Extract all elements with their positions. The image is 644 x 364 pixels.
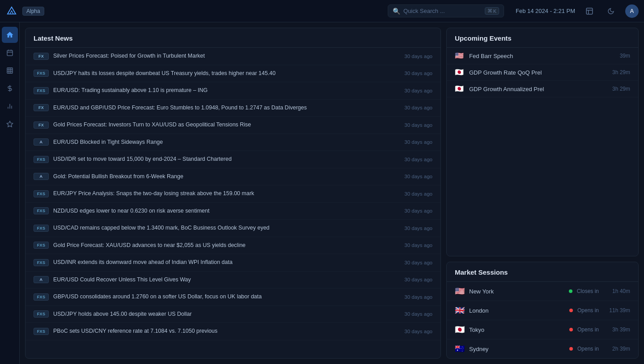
news-list-item[interactable]: FXS EUR/JPY Price Analysis: Snaps the tw… (25, 185, 441, 203)
event-item: 🇺🇸 Fed Barr Speech 39m (447, 48, 638, 64)
news-source-badge: FXS (34, 156, 49, 163)
news-list-item[interactable]: FXS PBoC sets USD/CNY reference rate at … (25, 323, 441, 340)
news-time: 30 days ago (404, 54, 432, 59)
sidebar-item-home[interactable] (2, 27, 18, 43)
event-time: 39m (620, 53, 630, 59)
session-status-dot (569, 328, 573, 331)
sidebar-item-calendar[interactable] (2, 45, 18, 61)
news-time: 30 days ago (404, 157, 432, 162)
news-list-item[interactable]: FXS NZD/USD edges lower to near 0.6230 o… (25, 203, 441, 220)
logo[interactable] (5, 5, 18, 17)
news-title: PBoC sets USD/CNY reference rate at 7.10… (53, 327, 400, 335)
event-time: 3h 29m (612, 69, 630, 75)
event-flag: 🇯🇵 (455, 69, 465, 76)
svg-rect-7 (7, 68, 13, 73)
news-list-item[interactable]: FXS GBP/USD consolidates around 1.2760 o… (25, 289, 441, 306)
session-item: 🇺🇸 New York Closes in 1h 40m (447, 282, 638, 301)
session-status-label: Opens in (577, 346, 599, 352)
session-item: 🇯🇵 Tokyo Opens in 3h 39m (447, 320, 638, 339)
news-list-item[interactable]: FXS USD/JPY halts its losses despite dow… (25, 65, 441, 83)
news-source-badge: FXS (34, 310, 49, 318)
news-title: EUR/JPY Price Analysis: Snaps the two-da… (53, 190, 400, 198)
news-list-item[interactable]: FX Silver Prices Forecast: Poised for Gr… (25, 48, 441, 65)
datetime-display: Feb 14 2024 - 2:21 PM (516, 8, 575, 14)
search-icon: 🔍 (393, 8, 400, 15)
news-list-item[interactable]: FXS EUR/USD: Trading sustainably above 1… (25, 82, 441, 100)
news-time: 30 days ago (404, 122, 432, 128)
keyboard-shortcut: ⌘ K (485, 7, 499, 15)
events-header: Upcoming Events (447, 28, 638, 48)
session-countdown: 1h 40m (603, 288, 630, 294)
avatar[interactable]: A (625, 4, 639, 18)
session-name: New York (469, 288, 564, 295)
svg-rect-3 (7, 50, 13, 56)
news-title: Gold Prices Forecast: Investors Turn to … (53, 121, 400, 129)
news-list-item[interactable]: FXS USD/JPY holds above 145.00 despite w… (25, 306, 441, 323)
news-time: 30 days ago (404, 191, 432, 197)
event-name: GDP Growth Rate QoQ Prel (469, 69, 608, 76)
news-time: 30 days ago (404, 208, 432, 213)
session-countdown: 2h 39m (603, 346, 630, 352)
theme-toggle-icon[interactable] (604, 4, 618, 18)
sidebar-item-dollar[interactable] (2, 80, 18, 96)
sidebar-item-table[interactable] (2, 63, 18, 79)
session-status-dot (569, 289, 572, 293)
sessions-header: Market Sessions (447, 262, 638, 282)
session-status-dot (569, 309, 573, 312)
news-time: 30 days ago (404, 311, 432, 317)
notification-icon[interactable] (582, 4, 597, 18)
sidebar-item-star[interactable] (2, 116, 18, 132)
news-source-badge: FXS (34, 242, 49, 249)
alpha-badge: Alpha (22, 7, 44, 16)
news-list-item[interactable]: A EUR/USD Blocked in Tight Sideways Rang… (25, 134, 441, 151)
sidebar (0, 22, 20, 364)
news-source-badge: A (34, 138, 49, 146)
session-name: London (469, 307, 565, 314)
news-list-item[interactable]: FXS USD/IDR set to move toward 15,000 by… (25, 151, 441, 168)
session-name: Sydney (469, 346, 565, 352)
news-list-item[interactable]: FXS USD/CAD remains capped below the 1.3… (25, 220, 441, 237)
event-flag: 🇯🇵 (455, 85, 465, 92)
news-source-badge: FX (34, 53, 49, 60)
news-title: NZD/USD edges lower to near 0.6230 on ri… (53, 207, 400, 215)
news-list-item[interactable]: FXS USD/INR extends its downward move ah… (25, 254, 441, 272)
news-list-item[interactable]: FX EUR/USD and GBP/USD Price Forecast: E… (25, 100, 441, 117)
news-source-badge: A (34, 276, 49, 283)
event-item: 🇯🇵 GDP Growth Annualized Prel 3h 29m (447, 81, 638, 97)
news-list-item[interactable]: FX Gold Prices Forecast: Investors Turn … (25, 117, 441, 134)
news-title: EUR/USD Blocked in Tight Sideways Range (53, 138, 400, 146)
session-countdown: 3h 39m (603, 326, 630, 333)
news-time: 30 days ago (404, 105, 432, 110)
event-name: Fed Barr Speech (469, 53, 615, 59)
news-list-item[interactable]: A Gold: Potential Bullish Breakout from … (25, 168, 441, 186)
news-title: EUR/USD: Trading sustainably above 1.10 … (53, 87, 400, 95)
quick-search-placeholder: Quick Search ... (403, 8, 482, 14)
news-title: Silver Prices Forecast: Poised for Growt… (53, 52, 400, 60)
news-list[interactable]: FX Silver Prices Forecast: Poised for Gr… (25, 48, 441, 358)
news-time: 30 days ago (404, 243, 432, 248)
session-flag: 🇬🇧 (455, 305, 465, 315)
session-item: 🇬🇧 London Opens in 11h 39m (447, 301, 638, 320)
news-title: Gold Price Forecast: XAU/USD advances to… (53, 242, 400, 250)
session-status-label: Opens in (577, 307, 599, 314)
main-layout: Latest News FX Silver Prices Forecast: P… (0, 22, 644, 364)
session-flag: 🇯🇵 (455, 325, 465, 335)
session-name: Tokyo (469, 326, 565, 333)
sidebar-item-chart[interactable] (2, 98, 18, 114)
news-list-item[interactable]: FXS Gold Price Forecast: XAU/USD advance… (25, 237, 441, 255)
news-header: Latest News (25, 28, 441, 48)
event-item: 🇯🇵 GDP Growth Rate QoQ Prel 3h 29m (447, 64, 638, 81)
sessions-list: 🇺🇸 New York Closes in 1h 40m 🇬🇧 London O… (447, 282, 638, 358)
topbar: Alpha 🔍 Quick Search ... ⌘ K Feb 14 2024… (0, 0, 644, 22)
news-source-badge: FXS (34, 293, 49, 301)
news-source-badge: FXS (34, 87, 49, 94)
session-flag: 🇺🇸 (455, 286, 465, 296)
news-title: USD/INR extends its downward move ahead … (53, 259, 400, 267)
news-source-badge: FXS (34, 70, 49, 77)
quick-search-bar[interactable]: 🔍 Quick Search ... ⌘ K (388, 4, 504, 17)
news-time: 30 days ago (404, 260, 432, 265)
news-list-item[interactable]: A EUR/USD Could Recover Unless This Leve… (25, 272, 441, 289)
session-item: 🇦🇺 Sydney Opens in 2h 39m (447, 339, 638, 358)
news-source-badge: FXS (34, 190, 49, 197)
news-title: USD/CAD remains capped below the 1.3400 … (53, 224, 400, 232)
